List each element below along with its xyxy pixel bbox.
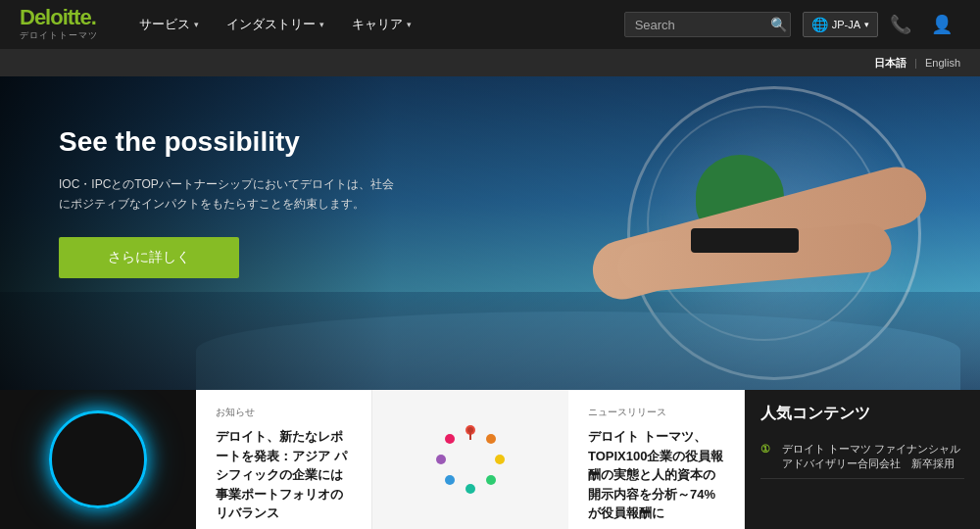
card-2-title: デロイト トーマツ、TOPIX100企業の役員報酬の実態と人的資本の開示内容を分…	[588, 427, 724, 523]
logo-sub: デロイトトーマツ	[20, 29, 98, 42]
header-right-controls: 🌐 JP-JA ▾ 📞 👤	[803, 10, 960, 39]
content-section: お知らせ デロイト、新たなレポートを発表：アジア パシフィックの企業には事業ポー…	[0, 390, 980, 529]
sidebar-item-text[interactable]: デロイト トーマツ ファイナンシャルアドバイザリー合同会社 新卒採用	[782, 442, 964, 472]
svg-point-1	[486, 434, 496, 444]
hero-description: IOC・IPCとのTOPパートナーシップにおいてデロイトは、社会にポジティブなイ…	[59, 174, 402, 215]
hero-section: See the possibility IOC・IPCとのTOPパートナーシップ…	[0, 76, 980, 390]
phone-icon[interactable]: 📞	[882, 10, 919, 39]
search-input[interactable]	[635, 18, 762, 32]
hero-title: See the possibility	[59, 125, 402, 159]
globe-icon: 🌐	[811, 17, 828, 32]
svg-point-2	[495, 455, 505, 464]
glowing-circle-graphic	[49, 410, 147, 508]
chevron-down-icon: ▾	[194, 20, 199, 29]
svg-point-7	[445, 434, 455, 444]
hero-content: See the possibility IOC・IPCとのTOPパートナーシップ…	[59, 125, 402, 278]
svg-point-3	[486, 475, 496, 485]
news-card-1[interactable]: お知らせ デロイト、新たなレポートを発表：アジア パシフィックの企業には事業ポー…	[196, 390, 372, 529]
language-bar: 日本語 | English	[0, 49, 980, 76]
nav-services[interactable]: サービス ▾	[127, 10, 211, 39]
svg-point-8	[467, 427, 473, 433]
lang-separator: |	[914, 57, 917, 69]
nav-industry[interactable]: インダストリー ▾	[215, 10, 336, 39]
user-icon[interactable]: 👤	[923, 10, 960, 39]
people-circle-icon	[431, 420, 510, 499]
hero-cta-button[interactable]: さらに詳しく	[59, 237, 239, 278]
search-icon[interactable]: 🔍	[770, 17, 787, 32]
card-1-tag: お知らせ	[216, 406, 352, 419]
sidebar-item-1[interactable]: ① デロイト トーマツ ファイナンシャルアドバイザリー合同会社 新卒採用	[760, 436, 964, 479]
logo-area[interactable]: Deloitte. デロイトトーマツ	[20, 7, 98, 42]
chevron-down-icon: ▾	[864, 20, 869, 29]
japanese-lang-link[interactable]: 日本語	[874, 56, 906, 71]
card-1-image	[0, 390, 196, 529]
chevron-down-icon: ▾	[319, 20, 324, 29]
nav-career[interactable]: キャリア ▾	[340, 10, 423, 39]
swimmer-goggles	[691, 228, 799, 253]
search-box[interactable]: 🔍	[624, 12, 791, 37]
card-2-image	[372, 390, 568, 529]
sidebar-title: 人気コンテンツ	[760, 404, 964, 424]
card-1-title: デロイト、新たなレポートを発表：アジア パシフィックの企業には事業ポートフォリオ…	[216, 427, 352, 523]
card-2-tag: ニュースリリース	[588, 406, 724, 419]
logo-text: Deloitte.	[20, 7, 96, 28]
popular-content-sidebar: 人気コンテンツ ① デロイト トーマツ ファイナンシャルアドバイザリー合同会社 …	[745, 390, 980, 529]
english-lang-link[interactable]: English	[925, 57, 960, 69]
sidebar-item-number: ①	[760, 443, 774, 456]
news-card-2[interactable]: ニュースリリース デロイト トーマツ、TOPIX100企業の役員報酬の実態と人的…	[568, 390, 745, 529]
main-header: Deloitte. デロイトトーマツ サービス ▾ インダストリー ▾ キャリア…	[0, 0, 980, 49]
chevron-down-icon: ▾	[407, 20, 412, 29]
main-nav: サービス ▾ インダストリー ▾ キャリア ▾	[127, 10, 624, 39]
svg-point-6	[436, 455, 446, 464]
language-selector[interactable]: 🌐 JP-JA ▾	[803, 12, 878, 37]
svg-point-5	[445, 475, 455, 485]
svg-point-4	[466, 484, 475, 494]
